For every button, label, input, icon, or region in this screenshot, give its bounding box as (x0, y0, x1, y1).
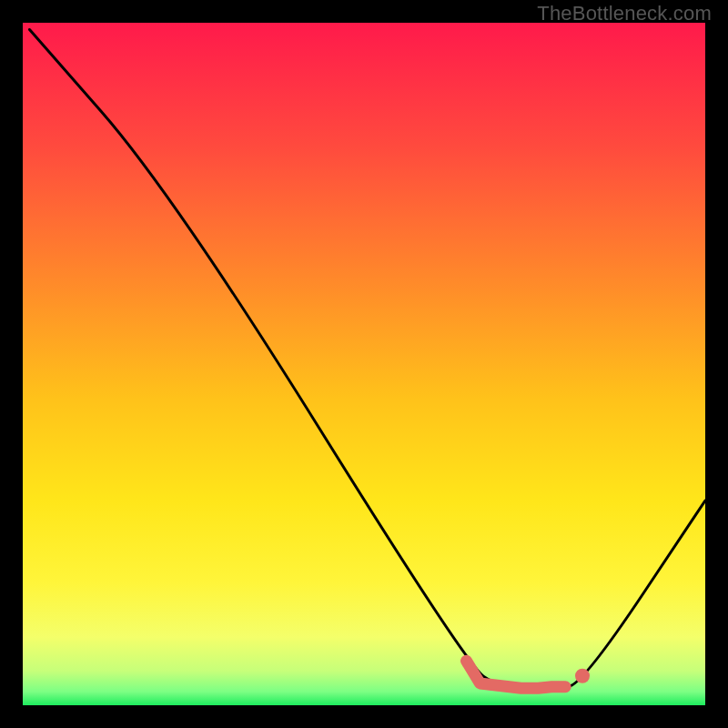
current-config-dot (575, 669, 590, 683)
chart-svg (23, 23, 705, 705)
chart-frame: TheBottleneck.com (0, 0, 728, 728)
gradient-background (23, 23, 705, 705)
chart-plot-area (23, 23, 705, 705)
